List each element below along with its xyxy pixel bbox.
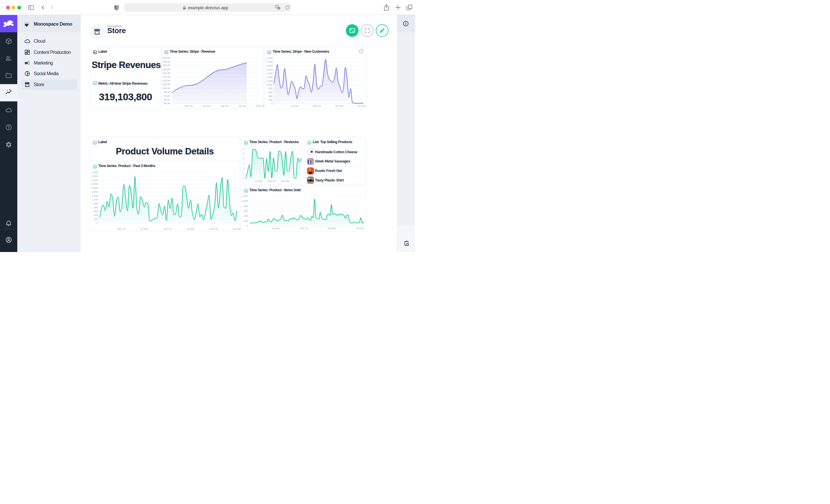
svg-text:x: x bbox=[278, 7, 280, 9]
